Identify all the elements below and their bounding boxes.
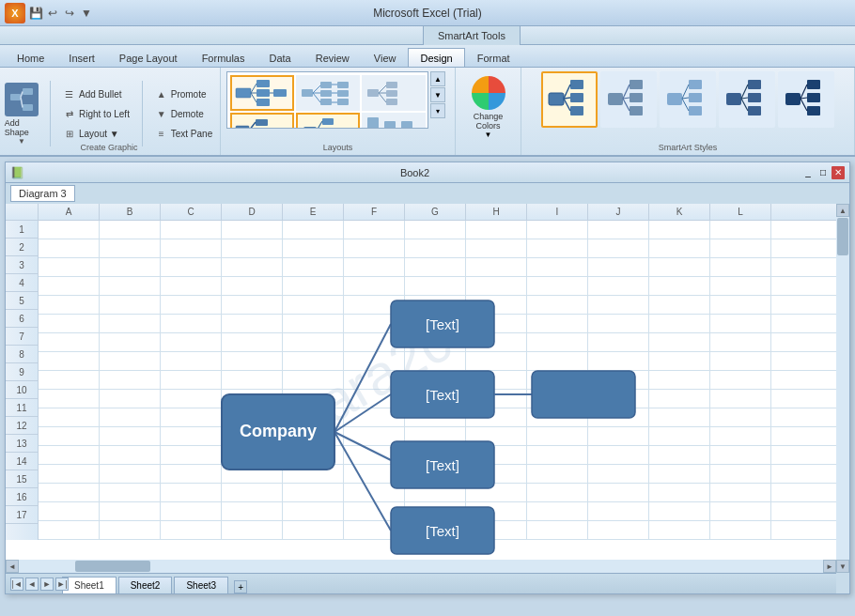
svg-rect-76 (570, 106, 583, 116)
customize-button[interactable]: ▼ (79, 6, 94, 21)
cell-l1[interactable] (710, 221, 771, 239)
cell-c1[interactable] (161, 221, 222, 239)
tab-format[interactable]: Format (465, 48, 522, 67)
right-to-left-icon: ⇄ (63, 107, 76, 120)
row-header-7: 7 (6, 328, 38, 346)
colors-icon (472, 76, 505, 110)
cell-e1[interactable] (283, 221, 344, 239)
gallery-scroll-down[interactable]: ▼ (430, 87, 445, 102)
style-item-4[interactable] (719, 71, 775, 128)
smartart-tools-bar: SmartArt Tools (0, 26, 855, 45)
svg-rect-73 (549, 93, 564, 105)
svg-rect-119 (532, 371, 635, 418)
scroll-left-button[interactable]: ◄ (6, 560, 19, 573)
svg-rect-14 (302, 89, 313, 97)
gallery-item-6[interactable] (362, 113, 426, 129)
svg-line-105 (801, 85, 807, 99)
add-bullet-button[interactable]: ☰ Add Bullet (57, 85, 135, 103)
ribbon: Add Shape ▼ ☰ Add Bullet ⇄ Right to Left… (0, 68, 855, 157)
change-colors-button[interactable]: ChangeColors ▼ (463, 71, 514, 144)
sheet-nav-first[interactable]: |◄ (10, 578, 23, 591)
cell-j1[interactable] (588, 221, 649, 239)
tab-data[interactable]: Data (256, 48, 303, 67)
style-item-3[interactable] (660, 71, 716, 128)
right-to-left-button[interactable]: ⇄ Right to Left (57, 104, 135, 123)
style-item-1[interactable] (541, 71, 598, 128)
sheet-nav-last[interactable]: ►| (55, 578, 69, 591)
cell-i1[interactable] (527, 221, 588, 239)
gallery-item-4[interactable] (230, 113, 294, 129)
svg-rect-97 (748, 106, 761, 116)
gallery-item-2[interactable] (296, 75, 360, 111)
col-header-g: G (405, 204, 466, 220)
promote-button[interactable]: ▲ Promote (149, 85, 218, 103)
smartart-diagram[interactable]: ara2c Company [Text] [Text] [Text] (175, 239, 701, 596)
cell-a1[interactable] (39, 221, 100, 239)
cell-f1[interactable] (344, 221, 405, 239)
svg-rect-88 (689, 80, 702, 89)
cell-g1[interactable] (405, 221, 466, 239)
text-pane-button[interactable]: ≡ Text Pane (149, 124, 218, 143)
tab-page-layout[interactable]: Page Layout (107, 48, 190, 67)
sheet-tab-2[interactable]: Sheet2 (118, 577, 173, 593)
create-graphic-label: Create Graphic (80, 143, 137, 152)
demote-button[interactable]: ▼ Demote (149, 104, 218, 123)
cell-b1[interactable] (100, 221, 161, 239)
workbook-close[interactable]: ✕ (832, 166, 845, 179)
vertical-scrollbar[interactable]: ▲ ▼ (836, 204, 849, 573)
tab-formulas[interactable]: Formulas (190, 48, 257, 67)
style-item-2[interactable] (600, 71, 657, 128)
row-header-11: 11 (6, 399, 38, 417)
sheet-tab-3[interactable]: Sheet3 (174, 577, 228, 593)
style-item-5[interactable] (778, 71, 834, 128)
workbook-minimize[interactable]: _ (801, 166, 815, 179)
gallery-item-1[interactable] (230, 75, 294, 111)
workbook-maximize[interactable]: □ (816, 166, 830, 179)
scroll-up-button[interactable]: ▲ (836, 204, 849, 217)
tab-design[interactable]: Design (408, 48, 464, 67)
svg-line-11 (251, 93, 256, 102)
cell-k1[interactable] (649, 221, 710, 239)
tab-insert[interactable]: Insert (56, 48, 107, 67)
title-bar: X 💾 ↩ ↪ ▼ Microsoft Excel (Trial) (0, 0, 855, 26)
gallery-item-3[interactable] (362, 75, 426, 111)
tab-home[interactable]: Home (5, 48, 56, 67)
col-header-l: L (710, 204, 771, 220)
scroll-down-button[interactable]: ▼ (836, 560, 849, 573)
ribbon-group-change-colors: ChangeColors ▼ (456, 68, 521, 155)
horizontal-scrollbar[interactable]: ◄ ► (6, 560, 836, 573)
gallery-scroll-up[interactable]: ▲ (430, 71, 445, 86)
svg-rect-81 (630, 80, 643, 89)
save-button[interactable]: 💾 (28, 6, 43, 21)
svg-rect-29 (386, 90, 397, 97)
row-header-1: 1 (6, 221, 38, 239)
svg-rect-0 (10, 94, 21, 100)
cell-d1[interactable] (222, 221, 283, 239)
svg-text:[Text]: [Text] (426, 457, 459, 473)
svg-line-31 (379, 85, 386, 93)
svg-line-93 (682, 99, 689, 111)
scroll-thumb-v[interactable] (837, 218, 848, 255)
sheet-nav-next[interactable]: ► (40, 578, 54, 591)
change-colors-label: ChangeColors (474, 112, 504, 131)
layout-button[interactable]: ⊞ Layout ▼ (57, 124, 135, 143)
redo-button[interactable]: ↪ (62, 6, 77, 21)
add-shape-label: Add Shape (5, 118, 39, 137)
svg-text:[Text]: [Text] (426, 523, 459, 539)
tab-view[interactable]: View (362, 48, 409, 67)
scroll-right-button[interactable]: ► (823, 560, 836, 573)
svg-rect-16 (320, 90, 332, 97)
insert-sheet-button[interactable]: + (234, 580, 247, 593)
col-header-c: C (161, 204, 222, 220)
svg-rect-89 (689, 93, 702, 102)
add-shape-button[interactable]: Add Shape ▼ (0, 79, 43, 149)
svg-line-84 (623, 85, 630, 99)
cell-h1[interactable] (466, 221, 527, 239)
gallery-item-5[interactable] (296, 113, 360, 129)
tab-review[interactable]: Review (303, 48, 362, 67)
undo-button[interactable]: ↩ (45, 6, 60, 21)
sheet-nav-prev[interactable]: ◄ (25, 578, 39, 591)
gallery-expand[interactable]: ▾ (430, 103, 445, 118)
sheet-tab-1[interactable]: Sheet1 (62, 577, 117, 593)
scroll-thumb-h[interactable] (75, 561, 150, 572)
